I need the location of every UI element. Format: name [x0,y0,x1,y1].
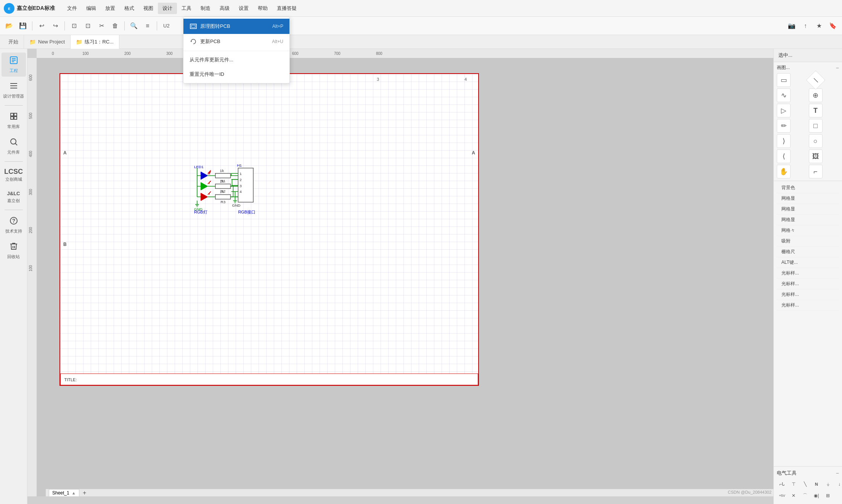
tb-bookmark-btn[interactable]: 🔖 [827,20,839,32]
tb-share-btn[interactable]: ↑ [799,20,811,32]
elec-grid-btn[interactable]: ⊞ [823,490,833,501]
menu-format[interactable]: 格式 [120,3,139,14]
tb-filter-btn[interactable]: ≡ [141,20,154,32]
dropdown-item-schematic-to-pcb-shortcut: Alt+P [272,24,283,29]
elec-arc-btn[interactable]: ⌒ [800,490,810,501]
elec-bus-btn[interactable]: ⊤ [788,479,799,490]
tb-open-btn[interactable]: 📂 [3,20,15,32]
draw-panel-minimize[interactable]: − [836,65,839,71]
menubar: E 嘉立创EDA标准 文件 编辑 放置 格式 视图 设计 工具 制造 高级 设置… [0,0,842,17]
menu-tools[interactable]: 工具 [177,3,196,14]
draw-wave-btn[interactable]: ∿ [777,88,791,102]
menu-advanced[interactable]: 高级 [215,3,234,14]
sheet-tab-1[interactable]: Sheet_1 ▲ [49,489,79,497]
schematic-to-pcb-icon [190,22,197,30]
menu-settings[interactable]: 设置 [234,3,253,14]
dropdown-item-schematic-to-pcb[interactable]: 原理图转PCB Alt+P [183,19,289,34]
project-icon [9,56,18,67]
dropdown-item-update-pcb[interactable]: 更新PCB Alt+U [183,34,289,49]
menu-edit[interactable]: 编辑 [82,3,101,14]
sidebar-item-component-lib-label: 元件库 [7,149,20,155]
draw-pencil-btn[interactable]: ✏ [777,119,791,133]
sidebar-item-project[interactable]: 工程 [2,53,26,77]
elec-wire-btn[interactable]: ⌐ᒐ [777,479,787,490]
sidebar-item-component-lib[interactable]: 元件库 [2,134,26,158]
sidebar-item-jlc-create[interactable]: J&LC 嘉立创 [2,187,26,207]
svg-text:LED1: LED1 [194,165,204,169]
draw-corner-btn[interactable]: ⌐ [809,165,823,178]
svg-text:800: 800 [376,51,382,56]
elec-probe-btn[interactable]: ◉| [811,490,822,501]
tb-search-btn[interactable]: 🔍 [128,20,140,32]
tb-copy-btn[interactable]: ⊡ [68,20,80,32]
dropdown-item-reset-id[interactable]: 重置元件唯一ID [183,67,289,82]
draw-rect2-btn[interactable]: □ [809,119,823,133]
elec-power-btn[interactable]: ↓ [834,479,842,490]
menu-view[interactable]: 视图 [139,3,158,14]
tb-undo-btn[interactable]: ↩ [35,20,48,32]
canvas-content[interactable]: 1 2 3 4 A A B [37,58,773,496]
elec-5v-btn[interactable]: +5V [777,490,787,501]
tb-paste-btn[interactable]: ⊡ [82,20,94,32]
elec-tools-minimize[interactable]: − [836,470,839,476]
tb-redo-btn[interactable]: ↪ [49,20,61,32]
tb-sep4 [157,21,157,30]
svg-rect-73 [215,194,231,199]
elec-diag-btn[interactable]: ╲ [800,479,810,490]
sidebar-item-recycle[interactable]: 回收站 [2,239,26,263]
svg-text:?: ? [12,218,15,224]
tab-new-project[interactable]: 📁 New Project [24,35,71,49]
draw-circle-plus-btn[interactable]: ⊕ [809,88,823,102]
elec-x-btn[interactable]: ✕ [788,490,799,501]
dropdown-item-update-from-lib[interactable]: 从元件库更新元件... [183,53,289,67]
tb-cut-btn[interactable]: ✂ [95,20,108,32]
svg-rect-27 [27,58,37,496]
sidebar-divider3 [5,210,23,210]
dropdown-item-update-from-lib-label: 从元件库更新元件... [190,56,233,63]
sidebar-item-tech-support[interactable]: ? 技术支持 [2,213,26,237]
tb-u2-btn[interactable]: U2 [160,21,173,30]
menu-manufacture[interactable]: 制造 [196,3,215,14]
tab-exercise1[interactable]: 📁 练习1：RC... [71,35,119,49]
draw-chevron-left-btn[interactable]: ⟨ [777,149,791,163]
draw-rect-btn[interactable]: ▭ [777,73,791,87]
elec-gnd-btn[interactable]: ⏚ [823,479,833,490]
draw-text-btn[interactable]: T [809,104,823,117]
sheet-tab-add-btn[interactable]: + [81,489,88,497]
menu-design[interactable]: 设计 [158,3,177,14]
tb-screenshot-btn[interactable]: 📷 [786,20,798,32]
sidebar-item-common-lib[interactable]: 常用库 [2,109,26,133]
draw-arrow-btn[interactable]: ▷ [777,104,791,117]
draw-image-btn[interactable]: 🖼 [809,149,823,163]
svg-text:TITLE:: TITLE: [64,377,77,382]
sidebar-item-lcsc-shop[interactable]: LCSC 立创商城 [2,165,26,185]
menu-help[interactable]: 帮助 [253,3,272,14]
prop-background: 背景色 [777,183,839,193]
sidebar-divider2 [5,161,23,162]
canvas-area[interactable]: 0 100 200 300 400 500 600 700 800 600 50… [27,49,773,504]
logo: E 嘉立创EDA标准 [4,3,55,14]
prop-cursor3: 光标样... [777,289,839,300]
svg-text:R3: R3 [221,200,226,204]
draw-chevron-right-btn[interactable]: ⟩ [777,134,791,148]
tb-save-btn[interactable]: 💾 [17,20,29,32]
menu-file[interactable]: 文件 [63,3,82,14]
sidebar-item-design-manager[interactable]: 设计管理器 [2,78,26,102]
sheet-tab-1-arrow: ▲ [72,491,76,495]
svg-text:100: 100 [82,51,89,56]
tb-delete-btn[interactable]: 🗑 [109,20,121,32]
sidebar-divider1 [5,105,23,106]
draw-line-btn[interactable]: | [806,71,825,90]
svg-text:E: E [8,7,10,11]
draw-circle-btn[interactable]: ○ [809,134,823,148]
tab-exercise1-label: 练习1：RC... [85,39,114,45]
draw-hand-btn[interactable]: ✋ [777,165,791,178]
tab-home[interactable]: 开始 [3,35,24,49]
svg-rect-68 [215,184,231,189]
watermark: CSDN @Du_20844302 [728,490,771,494]
menu-place[interactable]: 放置 [101,3,120,14]
tb-star-btn[interactable]: ★ [813,20,825,32]
menu-livestream[interactable]: 直播答疑 [272,3,301,14]
elec-net-btn[interactable]: N [811,479,822,490]
svg-text:H1: H1 [237,163,242,167]
